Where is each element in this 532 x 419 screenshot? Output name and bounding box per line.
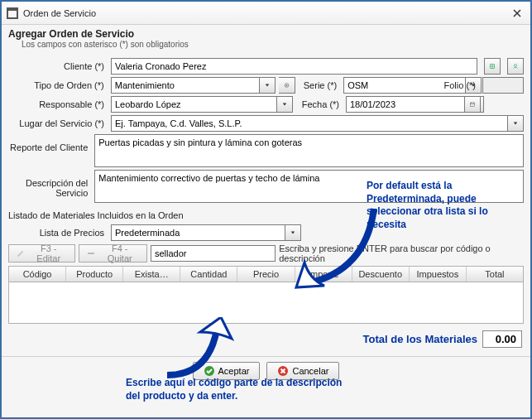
search-hint: Escriba y presione ENTER para buscar por… (279, 243, 524, 263)
dialog-buttons: Aceptar Cancelar (2, 356, 530, 387)
label-lista-precios: Lista de Precios (8, 228, 108, 238)
close-button[interactable] (509, 5, 525, 22)
label-folio: Folio (*) (438, 80, 479, 90)
col-cantidad: Cantidad (180, 267, 237, 282)
reporte-textarea[interactable] (94, 134, 524, 167)
lugar-dropdown-button[interactable] (507, 115, 524, 132)
lista-precios-dropdown-button[interactable] (285, 224, 301, 241)
fecha-input[interactable] (346, 96, 467, 113)
col-codigo: Código (9, 267, 66, 282)
tipo-config-button[interactable] (279, 77, 295, 94)
svg-rect-5 (471, 103, 475, 107)
lugar-input[interactable] (111, 115, 507, 132)
descripcion-textarea[interactable] (94, 170, 524, 203)
titlebar: Orden de Servicio (2, 2, 530, 25)
label-fecha: Fecha (*) (296, 99, 343, 109)
search-input[interactable] (151, 245, 276, 262)
label-tipo: Tipo de Orden (*) (8, 80, 108, 90)
col-producto: Producto (66, 267, 123, 282)
service-order-window: Orden de Servicio Agregar Orden de Servi… (0, 0, 532, 419)
cancel-label: Cancelar (292, 366, 328, 376)
accept-icon (204, 365, 215, 377)
accept-label: Aceptar (218, 366, 250, 376)
lista-precios-input[interactable] (111, 224, 285, 241)
edit-icon (16, 248, 26, 258)
folio-input (482, 77, 524, 94)
totals-row: Total de los Materiales 0.00 (2, 325, 530, 353)
totals-label: Total de los Materiales (363, 333, 477, 345)
materials-section-label: Listado de Materiales Incluidos en la Or… (8, 205, 524, 222)
tipo-dropdown-button[interactable] (259, 77, 276, 94)
remove-icon (86, 248, 96, 258)
col-total: Total (467, 267, 523, 282)
svg-point-4 (286, 84, 288, 86)
label-reporte: Reporte del Cliente (8, 134, 91, 152)
remove-button-label: F4 - Quitar (99, 243, 140, 263)
col-importe: Importe (295, 267, 352, 282)
cancel-button[interactable]: Cancelar (266, 362, 339, 380)
cliente-lookup-button[interactable] (484, 58, 501, 75)
required-hint: Los campos con asterisco (*) son obligat… (2, 40, 530, 54)
accept-button[interactable]: Aceptar (193, 362, 261, 380)
totals-value: 0.00 (482, 330, 522, 348)
label-descripcion: Descripción del Servicio (8, 170, 91, 198)
responsable-dropdown-button[interactable] (276, 96, 293, 113)
cliente-input[interactable] (111, 58, 477, 75)
label-serie: Serie (*) (299, 80, 340, 90)
app-logo-icon (7, 7, 18, 19)
col-precio: Precio (237, 267, 295, 282)
edit-button-label: F3 - Editar (29, 243, 68, 263)
grid-header: Código Producto Exista… Cantidad Precio … (9, 267, 523, 282)
tipo-combo[interactable] (111, 77, 276, 94)
col-descuento: Descuento (352, 267, 410, 282)
label-cliente: Cliente (*) (8, 61, 108, 71)
responsable-combo[interactable] (111, 96, 293, 113)
responsable-input[interactable] (111, 96, 276, 113)
form-title: Agregar Orden de Servicio (2, 25, 530, 40)
fecha-calendar-button[interactable] (464, 96, 481, 113)
cliente-add-button[interactable] (507, 58, 524, 75)
label-lugar: Lugar del Servicio (*) (8, 118, 108, 128)
svg-rect-1 (7, 8, 17, 11)
remove-button[interactable]: F4 - Quitar (79, 244, 147, 262)
edit-button[interactable]: F3 - Editar (8, 244, 75, 262)
lista-precios-combo[interactable] (111, 224, 301, 241)
tipo-input[interactable] (111, 77, 260, 94)
fecha-combo[interactable] (346, 96, 462, 113)
form-area: Cliente (*) Tipo de Orden (*) Serie (*) (2, 54, 530, 325)
serie-combo[interactable] (343, 77, 434, 94)
cancel-icon (277, 365, 289, 377)
lugar-combo[interactable] (111, 115, 524, 132)
label-responsable: Responsable (*) (8, 99, 108, 109)
col-impuestos: Impuestos (410, 267, 467, 282)
materials-grid[interactable]: Código Producto Exista… Cantidad Precio … (8, 266, 524, 324)
window-title: Orden de Servicio (23, 8, 509, 18)
col-exista: Exista… (123, 267, 180, 282)
